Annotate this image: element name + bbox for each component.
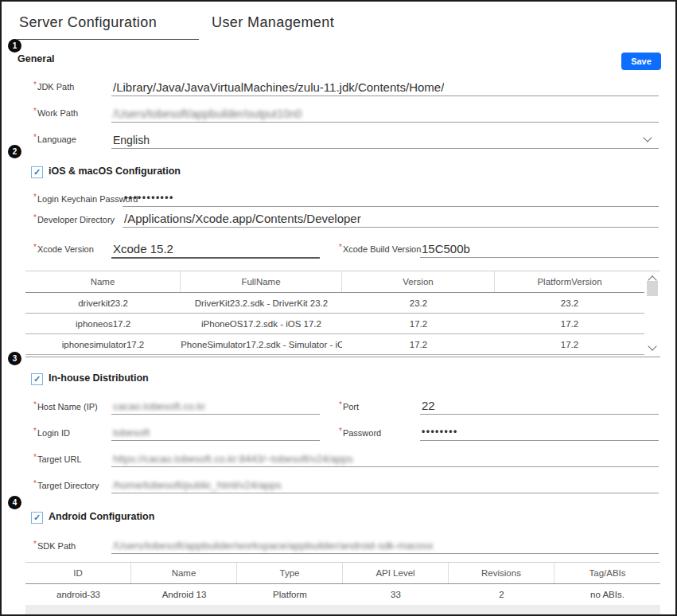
host-name-input[interactable]: cacao.tobesoft.co.kr: [111, 396, 320, 415]
cell-fullname: DriverKit23.2.sdk - DriverKit 23.2: [181, 293, 342, 313]
cell-version: 23.2: [342, 293, 495, 313]
required-marker: *: [33, 427, 37, 435]
required-marker: *: [33, 453, 37, 462]
required-marker: *: [33, 133, 37, 142]
inhouse-checkbox[interactable]: ✓: [31, 373, 43, 385]
general-section-title: General: [18, 53, 55, 64]
host-name-label: *Host Name (IP): [33, 402, 98, 411]
cell-id: android-33: [25, 584, 131, 605]
inhouse-section-title: In-house Distribution: [49, 372, 149, 384]
annotation-badge-1: 1: [8, 39, 21, 53]
jdk-path-input[interactable]: /Library/Java/JavaVirtualMachines/zulu-1…: [111, 77, 659, 96]
scroll-down-icon[interactable]: [648, 341, 656, 350]
xcode-build-version-label: *Xcode Build Version: [339, 244, 421, 254]
login-keychain-password-input[interactable]: •••••••••••: [123, 188, 659, 207]
required-marker: *: [33, 213, 37, 222]
developer-directory-value: /Applications/Xcode.app/Contents/Develop…: [124, 212, 361, 225]
port-label: *Port: [339, 402, 359, 411]
android-section-title: Android Configuration: [49, 511, 154, 522]
sdk-path-input[interactable]: /Users/tobesoft/appbuilder/workspace/app…: [111, 535, 659, 554]
xcode-build-version-input[interactable]: 15C500b: [420, 239, 659, 258]
table-row[interactable]: iphoneos17.2 iPhoneOS17.2.sdk - iOS 17.2…: [25, 314, 660, 334]
work-path-label: *Work Path: [33, 108, 78, 118]
cell-name: iphoneos17.2: [25, 314, 181, 333]
developer-directory-input[interactable]: /Applications/Xcode.app/Contents/Develop…: [123, 209, 659, 228]
login-id-value: tobesoft: [113, 427, 150, 439]
col-header-api-level[interactable]: API Level: [343, 563, 449, 583]
required-marker: *: [33, 193, 37, 201]
tab-server-configuration[interactable]: Server Configuration: [19, 14, 157, 31]
login-id-input[interactable]: tobesoft: [111, 422, 320, 441]
tab-user-management[interactable]: User Management: [212, 14, 334, 31]
table-row[interactable]: iphonesimulator17.2 iPhoneSimulator17.2.…: [25, 334, 660, 355]
cell-fullname: iPhoneSimulator17.2.sdk - Simulator - iC: [181, 334, 342, 354]
port-value: 22: [422, 399, 435, 412]
required-marker: *: [339, 400, 342, 409]
android-table-header: ID Name Type API Level Revisions Tag/ABI…: [25, 563, 660, 584]
col-header-version[interactable]: Version: [342, 271, 495, 292]
xcode-version-value: Xcode 15.2: [113, 242, 173, 255]
col-header-revisions[interactable]: Revisions: [449, 563, 554, 583]
cell-platformversion: 17.2: [495, 334, 644, 354]
annotation-badge-3: 3: [8, 352, 21, 365]
active-tab-underline: [18, 39, 199, 40]
annotation-badge-4: 4: [8, 496, 21, 509]
cell-platformversion: 17.2: [495, 314, 644, 333]
jdk-path-value: /Library/Java/JavaVirtualMachines/zulu-1…: [113, 80, 444, 94]
cell-version: 17.2: [342, 314, 495, 333]
xcode-build-version-value: 15C500b: [422, 242, 470, 255]
developer-directory-label: *Developer Directory: [33, 215, 115, 224]
required-marker: *: [339, 243, 342, 251]
cell-platformversion: 23.2: [495, 293, 644, 313]
password-label: *Password: [339, 428, 381, 438]
port-input[interactable]: 22: [420, 396, 659, 415]
language-select[interactable]: English: [111, 130, 659, 149]
cell-tag-abis: no ABIs.: [554, 584, 660, 605]
jdk-path-label: *JDK Path: [33, 82, 74, 92]
login-id-label: *Login ID: [33, 428, 70, 438]
required-marker: *: [33, 243, 37, 251]
col-header-fullname[interactable]: FullName: [181, 271, 342, 292]
col-header-name[interactable]: Name: [25, 271, 181, 292]
xcode-version-input[interactable]: Xcode 15.2: [111, 239, 320, 259]
cell-revisions: 2: [449, 584, 554, 605]
work-path-value: /Users/tobesoft/appbuilder/output10n0: [113, 107, 302, 120]
cell-fullname: iPhoneOS17.2.sdk - iOS 17.2: [181, 314, 342, 333]
cell-name: iphonesimulator17.2: [25, 334, 181, 354]
sdk-path-label: *SDK Path: [33, 541, 76, 551]
cell-version: 17.2: [342, 334, 495, 354]
col-header-platformversion[interactable]: PlatformVersion: [495, 271, 644, 292]
cell-api-level: 33: [343, 584, 449, 605]
target-directory-label: *Target Directory: [33, 481, 99, 490]
language-value: English: [113, 134, 150, 146]
server-configuration-page: Server Configuration User Management 1 2…: [0, 0, 677, 616]
ios-sdk-table-header: Name FullName Version PlatformVersion: [25, 271, 660, 293]
password-value: ••••••••: [422, 426, 458, 437]
table-row[interactable]: driverkit23.2 DriverKit23.2.sdk - Driver…: [25, 293, 660, 314]
android-platform-table: ID Name Type API Level Revisions Tag/ABI…: [25, 562, 660, 606]
target-url-input[interactable]: https://cacao.tobesoft.co.kr:8443/~tobes…: [111, 448, 659, 467]
ios-sdk-table: Name FullName Version PlatformVersion dr…: [25, 271, 660, 357]
col-header-id[interactable]: ID: [25, 563, 131, 583]
required-marker: *: [33, 540, 37, 548]
host-name-value: cacao.tobesoft.co.kr: [113, 400, 205, 412]
ios-macos-checkbox[interactable]: ✓: [31, 166, 43, 178]
required-marker: *: [33, 479, 37, 488]
android-checkbox[interactable]: ✓: [31, 512, 43, 524]
scrollbar-thumb[interactable]: [647, 281, 658, 296]
vertical-scrollbar[interactable]: [644, 271, 660, 355]
horizontal-scrollbar[interactable]: [25, 605, 660, 615]
required-marker: *: [33, 400, 37, 409]
cell-name: driverkit23.2: [25, 293, 181, 313]
work-path-input[interactable]: /Users/tobesoft/appbuilder/output10n0: [111, 103, 659, 123]
target-directory-input[interactable]: /home/tobesoft/public_html/v24/apps: [111, 474, 659, 493]
table-row[interactable]: android-33 Android 13 Platform 33 2 no A…: [25, 584, 660, 605]
password-input[interactable]: ••••••••: [420, 422, 659, 441]
col-header-tag-abis[interactable]: Tag/ABIs: [554, 563, 660, 583]
col-header-type[interactable]: Type: [237, 563, 343, 583]
login-keychain-password-value: •••••••••••: [124, 192, 174, 203]
chevron-down-icon[interactable]: [643, 133, 652, 142]
target-url-label: *Target URL: [33, 454, 82, 464]
col-header-name[interactable]: Name: [131, 563, 237, 583]
save-button[interactable]: Save: [621, 53, 661, 70]
